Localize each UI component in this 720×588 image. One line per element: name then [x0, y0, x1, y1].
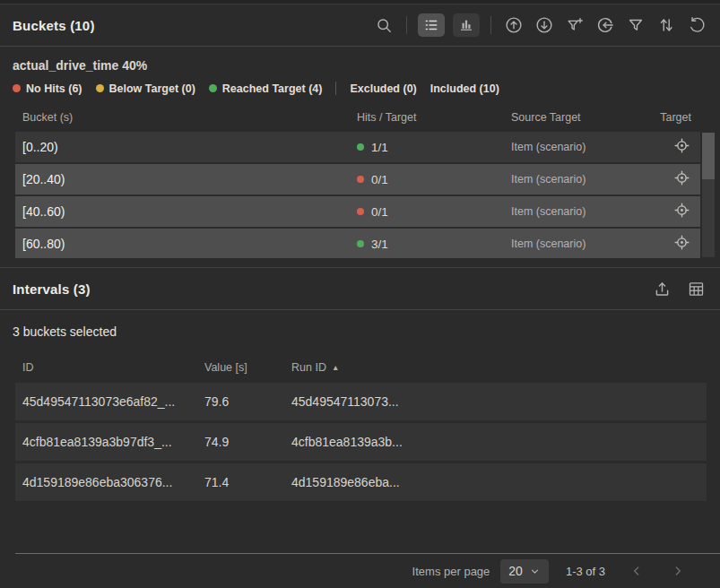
buckets-panel: Buckets (10): [0, 4, 720, 258]
status-dot-icon: [357, 143, 364, 151]
locate-target-button[interactable]: [594, 14, 616, 37]
crosshair-icon[interactable]: [672, 233, 691, 255]
crosshair-icon[interactable]: [672, 136, 691, 159]
bucket-row[interactable]: [0..20) 1/1 Item (scenario): [15, 132, 700, 162]
interval-value: 79.6: [204, 394, 291, 409]
items-per-page-select[interactable]: 20: [500, 559, 549, 584]
locate-target-icon: [595, 15, 615, 35]
intervals-table-header: ID Value [s] Run ID ▲: [15, 356, 707, 379]
previous-page-button[interactable]: [627, 561, 646, 581]
scrollbar-thumb[interactable]: [702, 133, 715, 179]
bar-chart-view-button[interactable]: [453, 13, 480, 37]
items-per-page-value: 20: [508, 564, 523, 578]
hits-target-value: 1/1: [371, 141, 388, 154]
chevron-left-icon: [629, 564, 644, 578]
column-header-value[interactable]: Value [s]: [204, 361, 291, 374]
panel-gap: [0, 258, 720, 267]
interval-id: 4cfb81ea8139a3b97df3_...: [15, 435, 204, 449]
upload-circle-icon: [504, 15, 524, 35]
bucket-row[interactable]: [60..80) 3/1 Item (scenario): [15, 229, 700, 258]
search-icon: [375, 16, 394, 35]
buckets-title: Buckets (10): [13, 18, 95, 33]
status-dot-icon: [357, 208, 364, 215]
intervals-table-body: 45d49547113073e6af82_... 79.6 45d4954711…: [15, 383, 707, 504]
reached-target-dot-icon: [209, 84, 217, 92]
interval-run-id: 45d49547113073...: [291, 394, 707, 409]
source-target-value: Item (scenario): [504, 141, 647, 153]
column-header-id[interactable]: ID: [15, 361, 204, 374]
crosshair-icon[interactable]: [672, 201, 691, 223]
legend-label: Reached Target (4): [222, 82, 323, 95]
crosshair-icon[interactable]: [672, 169, 691, 191]
column-header-target: Target: [647, 111, 700, 124]
bar-chart-view-icon: [458, 17, 474, 33]
column-header-source-target: Source Target: [504, 111, 647, 124]
bucket-label: [60..80): [15, 237, 350, 251]
hits-target-value: 3/1: [371, 238, 388, 251]
column-header-run-id[interactable]: Run ID ▲: [291, 361, 707, 374]
bucket-analysis-window: Buckets (10): [0, 0, 720, 588]
interval-row[interactable]: 4d159189e86eba306376... 71.4 4d159189e86…: [15, 463, 707, 501]
upload-button[interactable]: [502, 14, 525, 37]
buckets-table: Bucket (s) Hits / Target Source Target T…: [0, 103, 720, 258]
status-dot-icon: [357, 176, 364, 183]
search-button[interactable]: [373, 14, 395, 37]
buckets-table-header: Bucket (s) Hits / Target Source Target T…: [15, 103, 700, 132]
toolbar-divider: [406, 16, 407, 34]
legend-divider: [335, 82, 336, 95]
column-header-hits-target: Hits / Target: [350, 111, 504, 124]
table-icon: [687, 280, 706, 298]
legend-below-target[interactable]: Below Target (0): [96, 82, 195, 95]
intervals-title: Intervals (3): [13, 281, 91, 297]
source-target-value: Item (scenario): [504, 205, 647, 218]
reset-button[interactable]: [685, 14, 707, 37]
list-view-button[interactable]: [418, 13, 445, 37]
export-button[interactable]: [651, 278, 673, 300]
legend-excluded[interactable]: Excluded (0): [350, 82, 416, 95]
items-per-page-label: Items per page: [412, 565, 490, 578]
hits-target-value: 0/1: [371, 205, 388, 219]
legend-label: Included (10): [430, 82, 499, 95]
metric-title: actual_drive_time 40%: [0, 47, 720, 73]
legend-no-hits[interactable]: No Hits (6): [13, 82, 82, 95]
buckets-header: Buckets (10): [0, 4, 720, 47]
next-page-button[interactable]: [668, 561, 688, 581]
column-header-bucket: Bucket (s): [15, 111, 350, 124]
toolbar-divider: [490, 16, 491, 34]
filter-button[interactable]: [624, 14, 646, 37]
add-filter-icon: [565, 15, 585, 35]
table-view-button[interactable]: [685, 278, 707, 300]
sort-ascending-icon: ▲: [332, 364, 339, 372]
interval-value: 71.4: [204, 475, 291, 489]
vertical-scrollbar[interactable]: [702, 133, 715, 257]
chevron-down-icon: [529, 566, 541, 577]
legend-reached-target[interactable]: Reached Target (4): [209, 82, 323, 95]
download-button[interactable]: [533, 14, 555, 37]
intervals-header: Intervals (3): [0, 268, 720, 310]
status-dot-icon: [357, 240, 364, 247]
selection-status: 3 buckets selected: [0, 310, 720, 339]
bucket-label: [40..60): [15, 204, 350, 219]
below-target-dot-icon: [96, 84, 104, 92]
source-target-value: Item (scenario): [504, 238, 647, 250]
legend-label: Excluded (0): [350, 82, 416, 95]
interval-row[interactable]: 4cfb81ea8139a3b97df3_... 74.9 4cfb81ea81…: [15, 423, 707, 461]
interval-id: 4d159189e86eba306376...: [15, 475, 204, 489]
legend-included[interactable]: Included (10): [430, 82, 499, 95]
bucket-label: [0..20): [15, 140, 350, 154]
intervals-panel: Intervals (3) 3 buckets selected ID Valu…: [0, 267, 720, 588]
interval-value: 74.9: [204, 435, 291, 449]
legend-label: Below Target (0): [109, 82, 195, 95]
bucket-row[interactable]: [20..40) 0/1 Item (scenario): [15, 164, 700, 195]
reset-icon: [687, 15, 707, 35]
buckets-legend: No Hits (6) Below Target (0) Reached Tar…: [0, 73, 720, 103]
interval-row[interactable]: 45d49547113073e6af82_... 79.6 45d4954711…: [15, 383, 707, 420]
sort-button[interactable]: [655, 14, 677, 37]
bucket-row[interactable]: [40..60) 0/1 Item (scenario): [15, 196, 700, 227]
chevron-right-icon: [671, 564, 685, 578]
interval-id: 45d49547113073e6af82_...: [15, 394, 204, 409]
bucket-label: [20..40): [15, 172, 350, 186]
add-filter-button[interactable]: [563, 14, 586, 37]
legend-label: No Hits (6): [26, 82, 82, 95]
no-hits-dot-icon: [13, 84, 21, 92]
